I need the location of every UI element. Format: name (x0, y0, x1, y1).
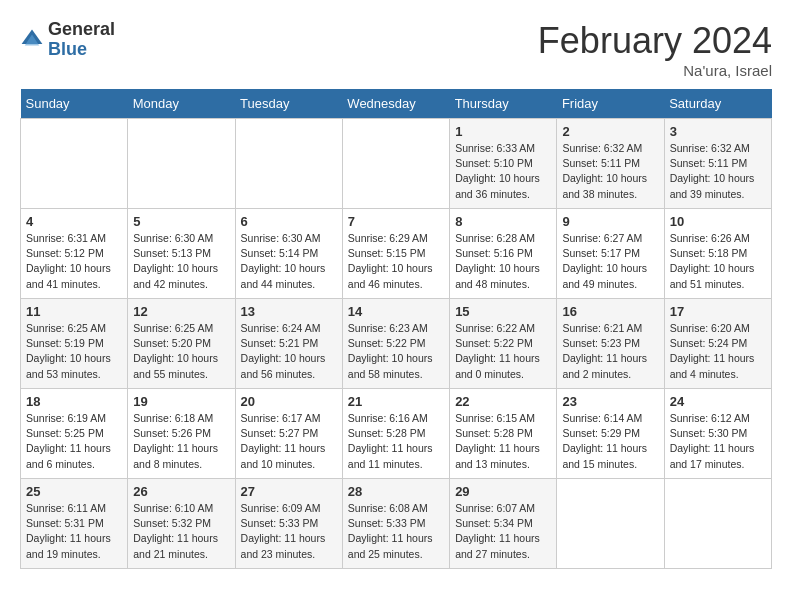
day-number: 20 (241, 394, 337, 409)
day-detail: Sunrise: 6:32 AMSunset: 5:11 PMDaylight:… (670, 141, 766, 202)
day-detail: Sunrise: 6:26 AMSunset: 5:18 PMDaylight:… (670, 231, 766, 292)
day-detail: Sunrise: 6:24 AMSunset: 5:21 PMDaylight:… (241, 321, 337, 382)
day-detail: Sunrise: 6:25 AMSunset: 5:19 PMDaylight:… (26, 321, 122, 382)
title-area: February 2024 Na'ura, Israel (538, 20, 772, 79)
calendar-cell: 17Sunrise: 6:20 AMSunset: 5:24 PMDayligh… (664, 299, 771, 389)
calendar-cell: 3Sunrise: 6:32 AMSunset: 5:11 PMDaylight… (664, 119, 771, 209)
calendar-cell (664, 479, 771, 569)
day-detail: Sunrise: 6:31 AMSunset: 5:12 PMDaylight:… (26, 231, 122, 292)
day-detail: Sunrise: 6:27 AMSunset: 5:17 PMDaylight:… (562, 231, 658, 292)
calendar-cell: 13Sunrise: 6:24 AMSunset: 5:21 PMDayligh… (235, 299, 342, 389)
day-number: 29 (455, 484, 551, 499)
calendar-week-4: 18Sunrise: 6:19 AMSunset: 5:25 PMDayligh… (21, 389, 772, 479)
calendar-cell: 4Sunrise: 6:31 AMSunset: 5:12 PMDaylight… (21, 209, 128, 299)
calendar-cell: 15Sunrise: 6:22 AMSunset: 5:22 PMDayligh… (450, 299, 557, 389)
day-detail: Sunrise: 6:16 AMSunset: 5:28 PMDaylight:… (348, 411, 444, 472)
calendar-cell: 10Sunrise: 6:26 AMSunset: 5:18 PMDayligh… (664, 209, 771, 299)
calendar-cell: 6Sunrise: 6:30 AMSunset: 5:14 PMDaylight… (235, 209, 342, 299)
calendar-cell: 24Sunrise: 6:12 AMSunset: 5:30 PMDayligh… (664, 389, 771, 479)
day-detail: Sunrise: 6:20 AMSunset: 5:24 PMDaylight:… (670, 321, 766, 382)
day-detail: Sunrise: 6:11 AMSunset: 5:31 PMDaylight:… (26, 501, 122, 562)
logo-text: General Blue (48, 20, 115, 60)
day-detail: Sunrise: 6:32 AMSunset: 5:11 PMDaylight:… (562, 141, 658, 202)
calendar-cell: 22Sunrise: 6:15 AMSunset: 5:28 PMDayligh… (450, 389, 557, 479)
day-number: 25 (26, 484, 122, 499)
calendar-cell: 27Sunrise: 6:09 AMSunset: 5:33 PMDayligh… (235, 479, 342, 569)
calendar-cell: 14Sunrise: 6:23 AMSunset: 5:22 PMDayligh… (342, 299, 449, 389)
calendar-cell: 11Sunrise: 6:25 AMSunset: 5:19 PMDayligh… (21, 299, 128, 389)
calendar-cell: 26Sunrise: 6:10 AMSunset: 5:32 PMDayligh… (128, 479, 235, 569)
day-detail: Sunrise: 6:08 AMSunset: 5:33 PMDaylight:… (348, 501, 444, 562)
day-number: 12 (133, 304, 229, 319)
calendar-cell: 25Sunrise: 6:11 AMSunset: 5:31 PMDayligh… (21, 479, 128, 569)
day-number: 7 (348, 214, 444, 229)
weekday-header-saturday: Saturday (664, 89, 771, 119)
calendar-cell: 23Sunrise: 6:14 AMSunset: 5:29 PMDayligh… (557, 389, 664, 479)
day-number: 28 (348, 484, 444, 499)
location: Na'ura, Israel (538, 62, 772, 79)
day-number: 10 (670, 214, 766, 229)
weekday-header-monday: Monday (128, 89, 235, 119)
day-number: 23 (562, 394, 658, 409)
calendar-week-3: 11Sunrise: 6:25 AMSunset: 5:19 PMDayligh… (21, 299, 772, 389)
day-number: 11 (26, 304, 122, 319)
day-number: 8 (455, 214, 551, 229)
day-detail: Sunrise: 6:14 AMSunset: 5:29 PMDaylight:… (562, 411, 658, 472)
calendar-cell (235, 119, 342, 209)
calendar-cell: 2Sunrise: 6:32 AMSunset: 5:11 PMDaylight… (557, 119, 664, 209)
day-detail: Sunrise: 6:19 AMSunset: 5:25 PMDaylight:… (26, 411, 122, 472)
logo: General Blue (20, 20, 115, 60)
day-number: 13 (241, 304, 337, 319)
calendar-cell: 1Sunrise: 6:33 AMSunset: 5:10 PMDaylight… (450, 119, 557, 209)
day-number: 22 (455, 394, 551, 409)
day-number: 26 (133, 484, 229, 499)
day-number: 2 (562, 124, 658, 139)
day-detail: Sunrise: 6:33 AMSunset: 5:10 PMDaylight:… (455, 141, 551, 202)
calendar-cell: 8Sunrise: 6:28 AMSunset: 5:16 PMDaylight… (450, 209, 557, 299)
calendar-header: SundayMondayTuesdayWednesdayThursdayFrid… (21, 89, 772, 119)
day-number: 27 (241, 484, 337, 499)
day-detail: Sunrise: 6:15 AMSunset: 5:28 PMDaylight:… (455, 411, 551, 472)
day-detail: Sunrise: 6:12 AMSunset: 5:30 PMDaylight:… (670, 411, 766, 472)
calendar-cell: 9Sunrise: 6:27 AMSunset: 5:17 PMDaylight… (557, 209, 664, 299)
weekday-header-tuesday: Tuesday (235, 89, 342, 119)
day-detail: Sunrise: 6:17 AMSunset: 5:27 PMDaylight:… (241, 411, 337, 472)
calendar-week-5: 25Sunrise: 6:11 AMSunset: 5:31 PMDayligh… (21, 479, 772, 569)
calendar-cell: 29Sunrise: 6:07 AMSunset: 5:34 PMDayligh… (450, 479, 557, 569)
page-header: General Blue February 2024 Na'ura, Israe… (20, 20, 772, 79)
day-detail: Sunrise: 6:23 AMSunset: 5:22 PMDaylight:… (348, 321, 444, 382)
logo-general: General (48, 20, 115, 40)
day-number: 5 (133, 214, 229, 229)
calendar-cell (128, 119, 235, 209)
day-detail: Sunrise: 6:28 AMSunset: 5:16 PMDaylight:… (455, 231, 551, 292)
logo-icon (20, 28, 44, 52)
day-number: 15 (455, 304, 551, 319)
day-number: 16 (562, 304, 658, 319)
logo-blue: Blue (48, 40, 115, 60)
day-number: 9 (562, 214, 658, 229)
day-number: 1 (455, 124, 551, 139)
calendar-table: SundayMondayTuesdayWednesdayThursdayFrid… (20, 89, 772, 569)
calendar-cell (342, 119, 449, 209)
calendar-cell: 20Sunrise: 6:17 AMSunset: 5:27 PMDayligh… (235, 389, 342, 479)
day-detail: Sunrise: 6:30 AMSunset: 5:14 PMDaylight:… (241, 231, 337, 292)
calendar-cell: 21Sunrise: 6:16 AMSunset: 5:28 PMDayligh… (342, 389, 449, 479)
calendar-cell: 5Sunrise: 6:30 AMSunset: 5:13 PMDaylight… (128, 209, 235, 299)
day-number: 21 (348, 394, 444, 409)
month-title: February 2024 (538, 20, 772, 62)
weekday-header-sunday: Sunday (21, 89, 128, 119)
calendar-cell: 18Sunrise: 6:19 AMSunset: 5:25 PMDayligh… (21, 389, 128, 479)
calendar-body: 1Sunrise: 6:33 AMSunset: 5:10 PMDaylight… (21, 119, 772, 569)
day-number: 19 (133, 394, 229, 409)
weekday-header-friday: Friday (557, 89, 664, 119)
calendar-cell: 28Sunrise: 6:08 AMSunset: 5:33 PMDayligh… (342, 479, 449, 569)
day-number: 17 (670, 304, 766, 319)
calendar-cell (557, 479, 664, 569)
calendar-week-2: 4Sunrise: 6:31 AMSunset: 5:12 PMDaylight… (21, 209, 772, 299)
calendar-cell: 12Sunrise: 6:25 AMSunset: 5:20 PMDayligh… (128, 299, 235, 389)
day-detail: Sunrise: 6:09 AMSunset: 5:33 PMDaylight:… (241, 501, 337, 562)
day-number: 24 (670, 394, 766, 409)
day-detail: Sunrise: 6:29 AMSunset: 5:15 PMDaylight:… (348, 231, 444, 292)
calendar-cell: 19Sunrise: 6:18 AMSunset: 5:26 PMDayligh… (128, 389, 235, 479)
day-number: 4 (26, 214, 122, 229)
